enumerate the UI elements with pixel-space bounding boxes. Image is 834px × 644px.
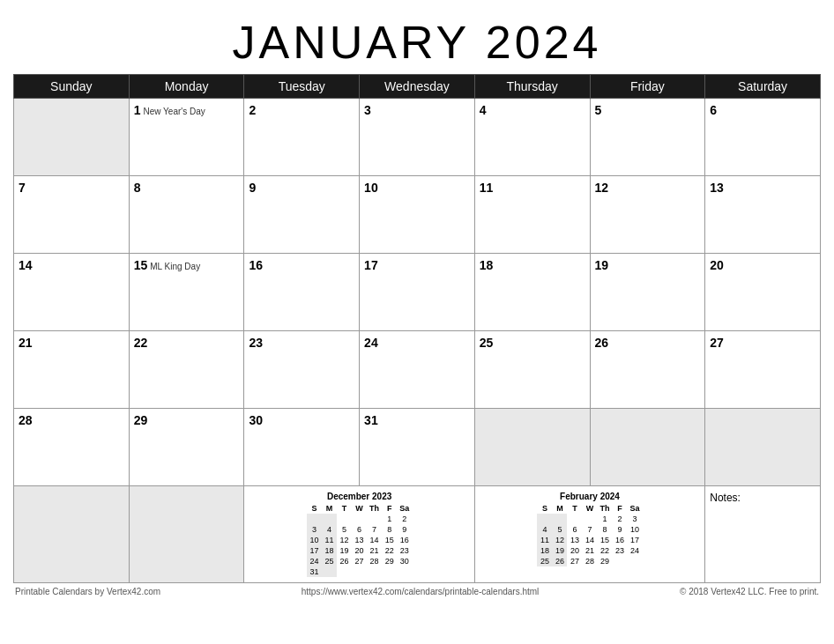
footer-right: © 2018 Vertex42 LLC. Free to print. [680,587,819,596]
calendar-day-cell: 16 [244,254,360,331]
day-of-week-header: Thursday [474,75,590,99]
calendar-day-cell: 30 [244,409,360,486]
calendar-table: SundayMondayTuesdayWednesdayThursdayFrid… [13,74,821,583]
calendar-day-cell: 15ML King Day [129,254,244,331]
calendar-day-cell: 24 [360,331,475,409]
calendar-day-cell: 11 [474,176,590,254]
calendar-day-cell: 18 [474,254,590,331]
calendar-day-cell [590,409,705,486]
day-number: 2 [249,103,256,117]
day-number: 13 [710,181,724,195]
calendar-day-cell: 6 [705,99,821,176]
calendar-day-cell: 14 [14,254,130,331]
calendar-day-cell [705,409,821,486]
calendar-day-cell: 12 [590,176,705,254]
calendar-week-row: 78910111213 [14,176,821,254]
day-header-row: SundayMondayTuesdayWednesdayThursdayFrid… [14,75,821,99]
day-number: 10 [364,181,378,195]
calendar-page: JANUARY 2024 SundayMondayTuesdayWednesda… [0,0,834,604]
calendar-day-cell: 26 [590,331,705,409]
day-number: 27 [710,336,724,350]
calendar-week-row: 21222324252627 [14,331,821,409]
notes-cell: Notes: [705,486,821,583]
day-number: 9 [249,181,256,195]
month-title: JANUARY 2024 [13,9,821,74]
mini-row-outside-cell [14,486,130,583]
footer: Printable Calendars by Vertex42.com http… [13,583,821,600]
day-number: 26 [595,336,609,350]
calendar-day-cell: 25 [474,331,590,409]
calendar-day-cell [14,99,130,176]
day-number: 20 [710,258,724,272]
calendar-week-row: 28293031 [14,409,821,486]
calendar-day-cell: 21 [14,331,130,409]
calendar-day-cell: 19 [590,254,705,331]
day-number: 12 [595,181,609,195]
calendar-day-cell: 3 [360,99,475,176]
calendar-day-cell: 31 [360,409,475,486]
calendar-day-cell: 29 [129,409,244,486]
calendar-day-cell: 20 [705,254,821,331]
day-number: 5 [595,103,602,117]
mini-feb-cell: February 2024SMTWThFSa123456789101112131… [474,486,704,583]
day-number: 15 [134,258,148,272]
day-number: 11 [480,181,494,195]
calendar-day-cell: 17 [360,254,475,331]
calendar-day-cell: 8 [129,176,244,254]
calendar-day-cell: 28 [14,409,130,486]
day-number: 16 [249,258,263,272]
calendar-day-cell: 22 [129,331,244,409]
calendar-day-cell [474,409,590,486]
holiday-label: New Year's Day [144,107,205,116]
day-number: 8 [134,181,141,195]
calendar-day-cell: 23 [244,331,360,409]
calendar-day-cell: 5 [590,99,705,176]
day-number: 21 [19,336,33,350]
calendar-day-cell: 13 [705,176,821,254]
day-number: 25 [480,336,494,350]
calendar-day-cell: 2 [244,99,360,176]
day-number: 1 [134,103,141,117]
day-number: 22 [134,336,148,350]
day-number: 4 [480,103,487,117]
day-of-week-header: Tuesday [244,75,360,99]
day-number: 23 [249,336,263,350]
day-number: 7 [19,181,26,195]
footer-center: https://www.vertex42.com/calendars/print… [302,587,540,596]
day-number: 6 [710,103,717,117]
mini-calendars-row: December 2023SMTWThFSa123456789101112131… [14,486,821,583]
day-of-week-header: Sunday [14,75,130,99]
day-number: 14 [19,258,33,272]
day-number: 28 [19,413,33,427]
calendar-day-cell: 9 [244,176,360,254]
day-number: 3 [364,103,371,117]
mini-dec-cell: December 2023SMTWThFSa123456789101112131… [244,486,474,583]
calendar-week-row: 1415ML King Day1617181920 [14,254,821,331]
day-of-week-header: Saturday [705,75,821,99]
day-of-week-header: Wednesday [360,75,475,99]
day-number: 24 [364,336,378,350]
footer-left: Printable Calendars by Vertex42.com [15,587,160,596]
day-of-week-header: Friday [590,75,705,99]
day-number: 29 [134,413,148,427]
day-number: 18 [480,258,494,272]
mini-row-outside-cell [129,486,244,583]
calendar-day-cell: 27 [705,331,821,409]
calendar-week-row: 1New Year's Day23456 [14,99,821,176]
holiday-label: ML King Day [150,262,200,271]
day-number: 19 [595,258,609,272]
calendar-day-cell: 7 [14,176,130,254]
calendar-day-cell: 10 [360,176,475,254]
calendar-day-cell: 4 [474,99,590,176]
day-number: 31 [364,413,378,427]
day-of-week-header: Monday [129,75,244,99]
calendar-day-cell: 1New Year's Day [129,99,244,176]
day-number: 30 [249,413,263,427]
day-number: 17 [364,258,378,272]
